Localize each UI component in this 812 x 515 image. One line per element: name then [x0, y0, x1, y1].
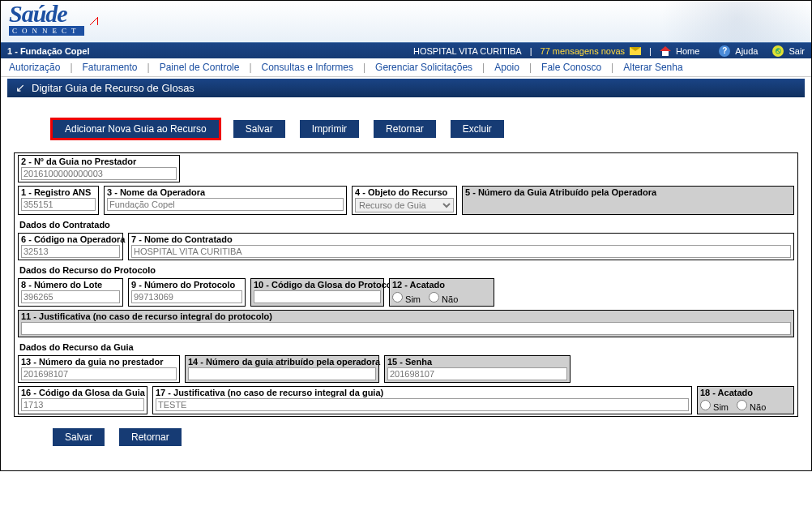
form-panel: 2 - Nº da Guia no Prestador 1 - Registro… — [14, 152, 798, 417]
field-6: 6 - Código na Operadora — [18, 233, 123, 260]
field-10: 10 - Código da Glosa do Protocolo — [250, 278, 384, 307]
input-nome-contratado[interactable] — [131, 245, 791, 258]
tenant-label: 1 - Fundação Copel — [7, 46, 413, 56]
input-senha[interactable] — [387, 367, 567, 380]
input-justificativa-guia[interactable] — [156, 398, 689, 411]
radio-acatado-prot-sim[interactable] — [392, 292, 403, 303]
add-guia-button[interactable]: Adicionar Nova Guia ao Recurso — [53, 120, 219, 138]
input-num-guia-prestador[interactable] — [21, 367, 177, 380]
input-guia-prestador[interactable] — [21, 167, 177, 180]
field-16: 16 - Código da Glosa da Guia — [18, 386, 147, 414]
menu-fale[interactable]: Fale Conosco — [541, 62, 601, 73]
print-button[interactable]: Imprimir — [300, 120, 359, 138]
input-codigo-glosa-guia[interactable] — [21, 398, 144, 411]
help-link[interactable]: Ajuda — [735, 46, 758, 56]
radio-acatado-guia-nao[interactable] — [737, 400, 747, 410]
hospital-label: HOSPITAL VITA CURITIBA — [413, 46, 522, 56]
field-1: 1 - Registro ANS — [18, 186, 99, 215]
input-numero-lote[interactable] — [21, 290, 120, 303]
logo: Saúde ⩘ CONNECT — [9, 2, 84, 36]
input-num-guia-operadora[interactable] — [188, 367, 376, 380]
menu-painel[interactable]: Painel de Controle — [160, 62, 240, 73]
main-menu: Autorização| Faturamento| Painel de Cont… — [1, 58, 811, 77]
field-2: 2 - Nº da Guia no Prestador — [18, 155, 180, 182]
menu-autorizacao[interactable]: Autorização — [9, 62, 60, 73]
menu-senha[interactable]: Alterar Senha — [623, 62, 682, 73]
section-contratado: Dados do Contratado — [15, 217, 797, 231]
logo-text: Saúde — [9, 2, 84, 25]
action-buttons-top: Adicionar Nova Guia ao Recurso Salvar Im… — [7, 105, 805, 152]
radio-acatado-guia-sim[interactable] — [700, 400, 711, 410]
menu-consultas[interactable]: Consultas e Informes — [262, 62, 353, 73]
action-buttons-bottom: Salvar Retornar — [7, 417, 805, 446]
home-link[interactable]: Home — [676, 46, 699, 56]
exit-link[interactable]: Sair — [788, 46, 805, 56]
field-9: 9 - Número do Protocolo — [128, 278, 246, 307]
radio-acatado-prot-nao[interactable] — [429, 292, 439, 303]
mail-icon[interactable] — [630, 47, 641, 55]
page-title: Digitar Guia de Recurso de Glosas — [7, 79, 805, 97]
select-objeto-recurso[interactable]: Recurso de Guia — [355, 198, 454, 212]
topbar: 1 - Fundação Copel HOSPITAL VITA CURITIB… — [1, 43, 811, 58]
pulse-icon: ⩘ — [87, 14, 100, 28]
section-guia: Dados do Recurso da Guia — [15, 339, 797, 354]
menu-faturamento[interactable]: Faturamento — [83, 62, 138, 73]
header-art — [625, 1, 811, 43]
exit-icon[interactable]: ⎋ — [772, 45, 784, 57]
home-icon[interactable] — [660, 46, 671, 56]
input-registro-ans[interactable] — [21, 198, 96, 211]
header: Saúde ⩘ CONNECT — [1, 1, 811, 43]
field-15: 15 - Senha — [384, 355, 571, 383]
help-icon[interactable]: ? — [719, 45, 730, 57]
return-button-bottom[interactable]: Retornar — [119, 428, 182, 446]
input-numero-protocolo[interactable] — [131, 290, 242, 303]
field-13: 13 - Número da guia no prestador — [18, 355, 180, 383]
field-18: 18 - Acatado Sim Não — [697, 386, 794, 414]
input-nome-operadora[interactable] — [107, 198, 344, 211]
field-5: 5 - Número da Guia Atribuído pela Operad… — [462, 186, 794, 215]
section-protocolo: Dados do Recurso do Protocolo — [15, 262, 797, 277]
field-12: 12 - Acatado Sim Não — [389, 278, 494, 307]
field-11: 11 - Justificativa (no caso de recurso i… — [18, 310, 794, 337]
menu-apoio[interactable]: Apoio — [494, 62, 519, 73]
field-17: 17 - Justificativa (no caso de recurso i… — [152, 386, 692, 414]
app-window: Saúde ⩘ CONNECT 1 - Fundação Copel HOSPI… — [0, 0, 812, 471]
field-3: 3 - Nome da Operadora — [104, 186, 347, 215]
content: Adicionar Nova Guia ao Recurso Salvar Im… — [1, 97, 811, 470]
input-codigo-glosa-protocolo[interactable] — [254, 290, 381, 303]
menu-gerenciar[interactable]: Gerenciar Solicitações — [375, 62, 472, 73]
save-button-bottom[interactable]: Salvar — [53, 428, 105, 446]
input-justificativa-protocolo[interactable] — [21, 322, 791, 335]
field-8: 8 - Número do Lote — [18, 278, 123, 307]
messages-link[interactable]: 77 mensagens novas — [541, 46, 626, 56]
logo-subtitle: CONNECT — [9, 26, 84, 36]
input-codigo-operadora[interactable] — [21, 245, 120, 258]
save-button[interactable]: Salvar — [233, 120, 285, 138]
return-button[interactable]: Retornar — [374, 120, 436, 138]
field-14: 14 - Número da guia atribuído pela opera… — [185, 355, 379, 383]
delete-button[interactable]: Excluir — [451, 120, 504, 138]
field-7: 7 - Nome do Contratado — [128, 233, 794, 260]
field-4: 4 - Objeto do Recurso Recurso de Guia — [352, 186, 457, 215]
